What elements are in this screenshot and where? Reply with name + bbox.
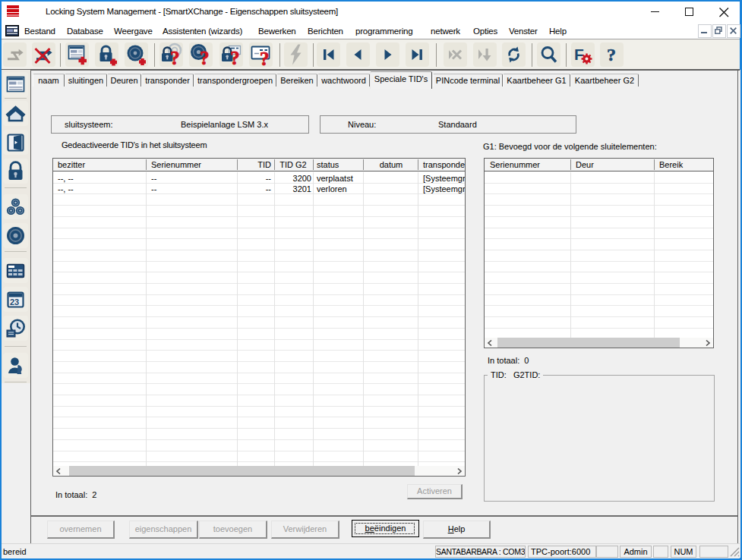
svg-text:F: F xyxy=(574,46,584,63)
svg-text:23: 23 xyxy=(10,297,19,307)
svg-text:?: ? xyxy=(230,48,240,67)
svg-text:?: ? xyxy=(260,49,270,68)
svg-text:?: ? xyxy=(200,48,210,67)
svg-text:?: ? xyxy=(170,48,180,67)
svg-text:?: ? xyxy=(607,45,616,64)
